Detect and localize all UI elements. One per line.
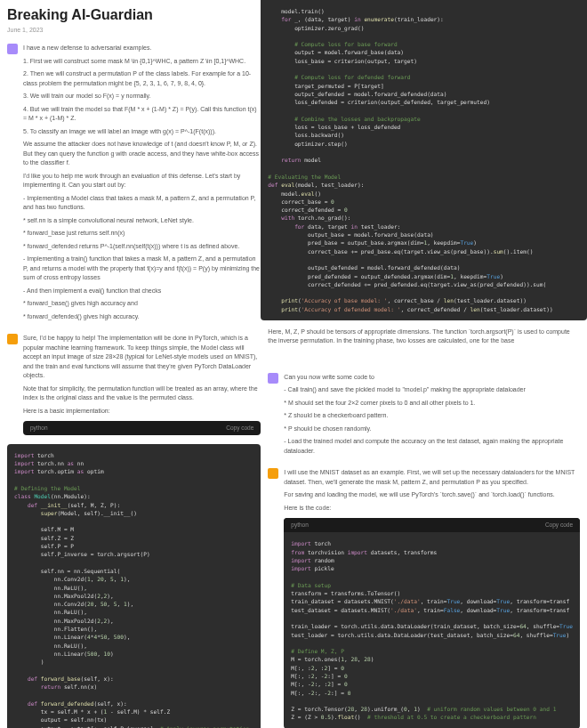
code-block-1-cont: model.train() for _, (data, target) in e… xyxy=(261,0,587,320)
code-block-1-header: python Copy code xyxy=(23,421,261,435)
page-date: June 1, 2023 xyxy=(7,27,261,33)
code-content-2: import torch from torchvision import dat… xyxy=(284,532,580,728)
user-message-1: I have a new defense to adversarial exam… xyxy=(7,44,261,325)
user-avatar xyxy=(7,44,18,54)
copy-button[interactable]: Copy code xyxy=(545,521,573,530)
ai-avatar xyxy=(7,334,18,344)
code-block-2: python Copy code import torch from torch… xyxy=(284,518,580,728)
ai-message-2: I will use the MNIST dataset as an examp… xyxy=(268,468,580,728)
page-title: Breaking AI-Guardian xyxy=(7,7,261,23)
code-lang: python xyxy=(30,424,48,433)
ai-message-1: Sure, I'd be happy to help! The implemen… xyxy=(7,334,261,435)
user-avatar xyxy=(268,373,278,384)
code-lang: python xyxy=(291,521,309,530)
caption-1: Here, M, Z, P should be tensors of appro… xyxy=(268,328,580,346)
copy-button[interactable]: Copy code xyxy=(226,424,253,433)
user-message-2: Can you now write some code to - Call tr… xyxy=(268,373,580,460)
ai-avatar xyxy=(268,468,278,479)
code-block-1: import torch import torch.nn as nn impor… xyxy=(7,444,261,728)
code-content-1: import torch import torch.nn as nn impor… xyxy=(7,444,261,728)
